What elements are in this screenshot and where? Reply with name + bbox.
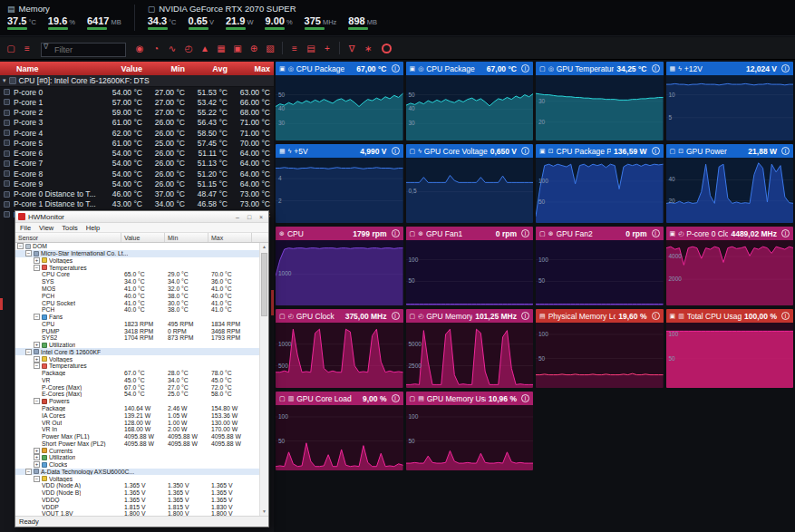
table-row[interactable]: E-core 854.00 °C26.00 °C51.20 °C64.00 °C: [0, 169, 274, 179]
tree-row[interactable]: E-Cores (Max)54.0 °C25.0 °C58.0 °C: [15, 391, 268, 398]
clock-icon[interactable]: ◴: [181, 41, 196, 55]
tree-row[interactable]: PUMP3418 RPM0 RPM3468 RPM: [15, 327, 268, 334]
graph-panel-10-gpu-fan2[interactable]: ▢⊛GPU Fan20 rpmi10050: [536, 227, 664, 305]
expand-toggle[interactable]: +: [34, 342, 40, 348]
table-row[interactable]: P-core 462.00 °C26.00 °C58.50 °C71.00 °C: [0, 128, 274, 138]
settings-icon[interactable]: ∗: [361, 41, 375, 55]
tree-row[interactable]: −Micro-Star International Co. Lt...: [15, 250, 268, 257]
minimize-button[interactable]: –: [233, 214, 242, 220]
tree-row[interactable]: −Fans: [15, 314, 268, 321]
graph-panel-2-gpu-temperature[interactable]: ▢◎GPU Temperature34,25 °Ci3020: [536, 62, 664, 140]
tree-row[interactable]: −Powers: [15, 398, 268, 405]
expand-toggle[interactable]: +: [34, 448, 40, 454]
info-icon[interactable]: i: [521, 312, 529, 320]
tree-row[interactable]: MOS41.0 °C32.0 °C41.0 °C: [15, 285, 268, 293]
info-icon[interactable]: i: [781, 312, 790, 320]
table-row[interactable]: P-core 157.00 °C27.00 °C53.42 °C66.00 °C: [0, 97, 274, 107]
tree-row[interactable]: CPU1823 RPM495 RPM1834 RPM: [15, 320, 268, 327]
scrollbar-thumb[interactable]: [261, 253, 267, 316]
tree-row[interactable]: VDD (Node A)1.365 V1.350 V1.365 V: [15, 482, 268, 489]
collapse-toggle[interactable]: −: [25, 349, 32, 355]
info-icon[interactable]: i: [392, 64, 400, 73]
graph-panel-5-gpu-core-voltage[interactable]: ▢ϟGPU Core Voltage0,650 Vi0,5: [406, 144, 534, 223]
tree-row[interactable]: Short Power Max (PL2)4095.88 W4095.88 W4…: [15, 440, 268, 447]
graph-panel-17-gpu-memory-usage[interactable]: ▢▤GPU Memory Usage10,96 %i10050: [406, 392, 534, 470]
info-icon[interactable]: i: [521, 229, 529, 237]
table-row[interactable]: P-core 054.00 °C27.00 °C51.53 °C63.00 °C: [0, 87, 274, 97]
column-value[interactable]: Value: [103, 64, 146, 73]
tree-row[interactable]: Power Max (PL1)4095.88 W4095.88 W4095.88…: [15, 433, 268, 440]
list-icon[interactable]: ≡: [20, 41, 34, 55]
alert-icon[interactable]: ▲: [198, 41, 212, 55]
info-icon[interactable]: i: [652, 64, 660, 73]
graph-panel-15-total-cpu-usage[interactable]: ▣▥Total CPU Usage100,00 %i10050: [666, 309, 794, 388]
info-icon[interactable]: i: [781, 147, 790, 155]
sensors-icon[interactable]: ◉: [132, 41, 147, 55]
tree-row[interactable]: VDDP1.815 V1.815 V1.830 V: [15, 503, 268, 510]
tree-row[interactable]: Package140.64 W2.46 W154.80 W: [15, 405, 268, 412]
info-icon[interactable]: i: [652, 312, 660, 320]
graph-panel-13-gpu-memory-clock[interactable]: ▢◴GPU Memory Clock101,25 MHzi50002500: [406, 309, 534, 388]
collapse-toggle[interactable]: −: [34, 363, 40, 369]
info-icon[interactable]: i: [392, 229, 400, 237]
table-row[interactable]: E-core 654.00 °C26.00 °C51.11 °C64.00 °C: [0, 149, 274, 159]
info-icon[interactable]: i: [521, 147, 529, 155]
scroll-down-icon[interactable]: ▼: [260, 508, 268, 516]
tree-row[interactable]: VR Out128.00 W1.00 W130.00 W: [15, 419, 268, 426]
expand-toggle[interactable]: +: [34, 461, 40, 468]
tree-row[interactable]: +Currents: [15, 447, 268, 454]
graph-panel-0-cpu-package[interactable]: ▣◎CPU Package67,00 °Ci504030: [276, 62, 403, 140]
tree-row[interactable]: CPU Core65.0 °C29.0 °C70.0 °C: [15, 271, 268, 278]
collapse-toggle[interactable]: −: [34, 398, 40, 404]
tree-row[interactable]: PCH40.0 °C38.0 °C40.0 °C: [15, 292, 268, 299]
info-icon[interactable]: i: [781, 64, 790, 73]
tree-row[interactable]: −Temperatures: [15, 363, 268, 370]
graph-panel-16-gpu-core-load[interactable]: ▢▥GPU Core Load9,00 %i10050: [276, 392, 403, 470]
tree-row[interactable]: CPU Socket41.0 °C30.0 °C41.0 °C: [15, 299, 268, 306]
collapse-toggle[interactable]: −: [25, 250, 32, 256]
info-icon[interactable]: i: [652, 147, 660, 155]
graph-panel-8-cpu[interactable]: ⊛CPU1799 rpmi1000: [276, 227, 403, 305]
pin-icon[interactable]: +: [320, 41, 334, 55]
menu-help[interactable]: Help: [86, 224, 100, 232]
info-icon[interactable]: i: [392, 394, 400, 402]
info-icon[interactable]: i: [521, 394, 529, 402]
graph-panel-4-5v[interactable]: ▦ϟ+5V4,990 Vi42: [276, 144, 403, 223]
column-avg[interactable]: Avg: [189, 64, 231, 73]
column-min[interactable]: Min: [165, 233, 208, 242]
graph-icon[interactable]: ∿: [165, 41, 179, 55]
info-icon[interactable]: i: [652, 229, 660, 237]
info-icon[interactable]: i: [781, 229, 790, 237]
menu-tools[interactable]: Tools: [62, 224, 78, 232]
table-row[interactable]: P-core 561.00 °C25.00 °C57.45 °C70.00 °C: [0, 138, 274, 148]
collapse-toggle[interactable]: −: [34, 265, 40, 271]
collapse-toggle[interactable]: −: [25, 469, 32, 475]
tree-row[interactable]: PCH40.0 °C38.0 °C41.0 °C: [15, 306, 268, 314]
menu-view[interactable]: View: [39, 224, 53, 232]
tree-row[interactable]: +Voltages: [15, 257, 268, 265]
tree-row[interactable]: +Utilization: [15, 454, 268, 461]
tree-row[interactable]: +Utilization: [15, 342, 268, 349]
column-max[interactable]: Max: [231, 64, 274, 73]
tree-row[interactable]: +Clocks: [15, 461, 268, 469]
info-icon[interactable]: i: [392, 147, 400, 155]
sensor-group-row[interactable]: ▾ CPU [#0]: Intel Core i5-12600KF: DTS: [0, 75, 274, 87]
table-row[interactable]: E-core 754.00 °C26.00 °C51.13 °C64.00 °C: [0, 159, 274, 169]
maximize-button[interactable]: □: [245, 214, 254, 220]
graph-panel-1-cpu-package[interactable]: ▣◎CPU Package67,00 °Ci504030: [406, 62, 534, 140]
chip-icon[interactable]: ▣: [230, 41, 245, 55]
collapse-toggle[interactable]: −: [17, 243, 24, 249]
table-row[interactable]: P-core 361.00 °C26.00 °C56.43 °C71.00 °C: [0, 118, 274, 128]
tree-row[interactable]: VR45.0 °C34.0 °C45.0 °C: [15, 377, 268, 384]
collapse-toggle[interactable]: −: [34, 314, 40, 320]
table-row[interactable]: P-core 1 Distance to T...43.00 °C34.00 °…: [0, 199, 274, 209]
layout-icon[interactable]: ▦: [214, 41, 228, 55]
tree-row[interactable]: P-Cores (Max)67.0 °C27.0 °C72.0 °C: [15, 383, 268, 391]
filter-icon[interactable]: ∇: [344, 41, 359, 55]
tree-row[interactable]: −Voltages: [15, 475, 268, 482]
expand-toggle[interactable]: +: [34, 356, 40, 363]
tree-row[interactable]: −Temperatures: [15, 264, 268, 271]
table-row[interactable]: P-core 0 Distance to T...46.00 °C37.00 °…: [0, 189, 274, 199]
column-max[interactable]: Max: [208, 233, 252, 242]
table-row[interactable]: P-core 259.00 °C27.00 °C55.22 °C68.00 °C: [0, 108, 274, 118]
